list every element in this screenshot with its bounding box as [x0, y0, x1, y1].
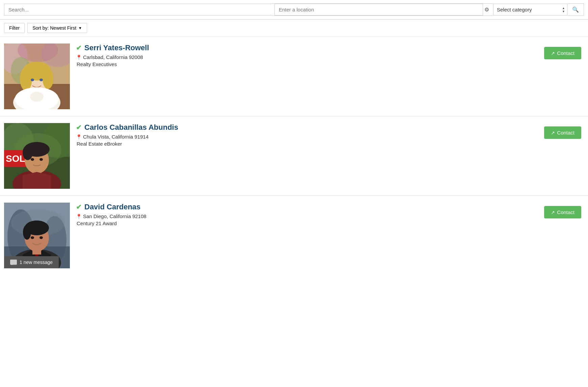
- svg-point-43: [39, 236, 43, 239]
- listing-info: ✔ David Cardenas 📍 San Diego, California…: [70, 203, 584, 226]
- svg-point-29: [39, 158, 43, 161]
- listing-name: ✔ Serri Yates-Rowell: [76, 43, 584, 52]
- listing-name-text: Carlos Cabanillas Abundis: [84, 123, 178, 132]
- verified-icon: ✔: [76, 44, 82, 52]
- new-message-bubble[interactable]: 1 new message: [4, 256, 59, 268]
- listing-company: Realty Executives: [77, 61, 584, 67]
- svg-point-13: [39, 79, 43, 81]
- search-bar: ⚙ Select category Real Estate Finance In…: [0, 0, 588, 20]
- svg-point-28: [31, 158, 34, 161]
- listing-card: ✔ Serri Yates-Rowell 📍 Carlsbad, Califor…: [0, 37, 588, 116]
- svg-point-10: [20, 67, 32, 91]
- listing-company: Real Estate eBroker: [77, 141, 584, 147]
- svg-point-15: [30, 92, 44, 102]
- svg-point-27: [23, 145, 33, 160]
- listing-photo: SOLD: [4, 123, 70, 189]
- search-input[interactable]: [4, 4, 272, 16]
- listing-location-text: Carlsbad, California 92008: [83, 54, 143, 60]
- new-message-text: 1 new message: [20, 260, 53, 265]
- svg-marker-45: [11, 264, 13, 265]
- svg-point-12: [31, 79, 34, 81]
- verified-icon: ✔: [76, 203, 82, 211]
- sortby-button[interactable]: Sort by: Newest First ▼: [27, 23, 87, 33]
- sortby-arrow-icon: ▼: [78, 26, 82, 30]
- listing-photo: [4, 43, 70, 109]
- gear-icon[interactable]: ⚙: [483, 6, 490, 13]
- listing-location-text: Chula Vista, California 91914: [83, 134, 149, 140]
- listing-location: 📍 Carlsbad, California 92008: [76, 54, 584, 60]
- listing-name: ✔ Carlos Cabanillas Abundis: [76, 123, 584, 132]
- listing-photo-wrap: SOLD: [4, 123, 70, 189]
- pin-icon: 📍: [76, 214, 82, 219]
- listing-name-text: Serri Yates-Rowell: [84, 43, 149, 52]
- listing-name-text: David Cardenas: [84, 203, 140, 211]
- listing-info: ✔ Serri Yates-Rowell 📍 Carlsbad, Califor…: [70, 43, 584, 67]
- location-input-wrap: ⚙: [272, 3, 493, 16]
- listing-location: 📍 San Diego, California 92108: [76, 213, 584, 219]
- category-arrows-icon: ▲▼: [562, 6, 567, 13]
- message-bubble-icon: [10, 260, 17, 265]
- location-input[interactable]: [274, 4, 483, 16]
- svg-point-42: [31, 236, 34, 239]
- listings-container: ✔ Serri Yates-Rowell 📍 Carlsbad, Califor…: [0, 37, 588, 275]
- contact-label: Contact: [557, 50, 574, 56]
- pin-icon: 📍: [76, 134, 82, 140]
- listing-card: SOLD ✔: [0, 116, 588, 196]
- contact-button[interactable]: ↗ Contact: [544, 126, 581, 139]
- contact-label: Contact: [557, 130, 574, 136]
- category-select-wrap: Select category Real Estate Finance Insu…: [493, 4, 567, 16]
- contact-button[interactable]: ↗ Contact: [544, 206, 581, 218]
- contact-icon: ↗: [551, 210, 555, 215]
- sortby-label: Sort by: Newest First: [32, 25, 76, 31]
- contact-label: Contact: [557, 209, 574, 215]
- listing-photo-wrap: [4, 43, 70, 109]
- contact-icon: ↗: [551, 51, 555, 56]
- contact-icon: ↗: [551, 130, 555, 136]
- svg-rect-44: [10, 260, 17, 264]
- search-go-button[interactable]: 🔍: [567, 3, 584, 16]
- listing-photo-wrap: 1 new message: [4, 203, 70, 268]
- contact-button[interactable]: ↗ Contact: [544, 47, 581, 59]
- listing-company: Century 21 Award: [77, 220, 584, 226]
- listing-location: 📍 Chula Vista, California 91914: [76, 134, 584, 140]
- listing-info: ✔ Carlos Cabanillas Abundis 📍 Chula Vist…: [70, 123, 584, 147]
- listing-card: 1 new message ✔ David Cardenas 📍 San Die…: [0, 196, 588, 275]
- filter-button[interactable]: Filter: [4, 23, 25, 33]
- verified-icon: ✔: [76, 123, 82, 131]
- pin-icon: 📍: [76, 55, 82, 60]
- listing-location-text: San Diego, California 92108: [83, 213, 146, 219]
- listing-name: ✔ David Cardenas: [76, 203, 584, 211]
- svg-point-11: [43, 69, 53, 89]
- svg-point-41: [23, 225, 31, 240]
- toolbar: Filter Sort by: Newest First ▼: [0, 20, 588, 37]
- category-select[interactable]: Select category Real Estate Finance Insu…: [493, 4, 562, 15]
